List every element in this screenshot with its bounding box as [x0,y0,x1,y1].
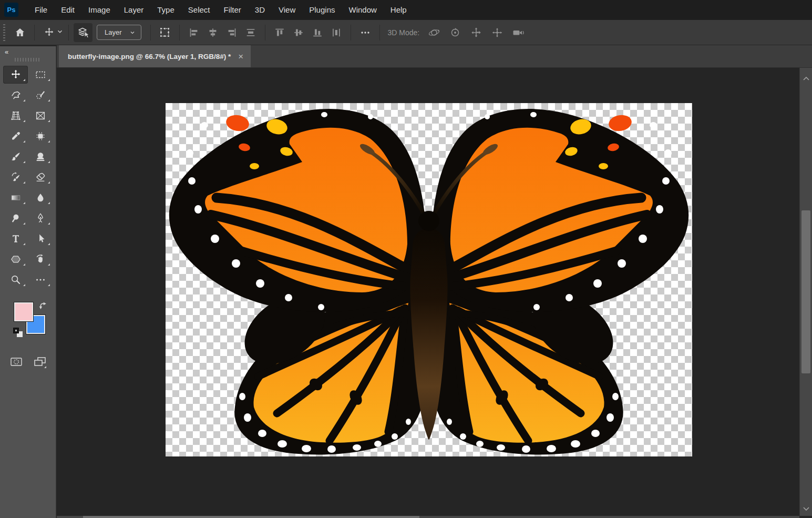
menu-items: File Edit Image Layer Type Select Filter… [28,0,414,19]
clone-stamp-tool[interactable] [28,148,53,166]
align-right-icon[interactable] [222,23,241,42]
auto-select-layers-icon[interactable] [74,23,92,42]
separator [68,25,69,40]
home-icon[interactable] [11,23,29,42]
3d-orbit-icon[interactable] [425,23,444,42]
main-area: « [0,45,812,518]
foreground-color-swatch[interactable] [14,302,33,321]
menu-select[interactable]: Select [181,0,217,19]
chevron-down-icon[interactable] [56,28,64,37]
menu-filter[interactable]: Filter [217,0,248,19]
align-vertical-center-icon[interactable] [289,23,308,42]
rectangular-marquee-tool[interactable] [28,66,53,84]
photoshop-window: Ps File Edit Image Layer Type Select Fil… [0,0,812,518]
perspective-crop-tool[interactable] [3,107,28,125]
document-tab-bar: butterfly-image.png @ 66.7% (Layer 1, RG… [57,45,812,68]
distribute-horizontal-center-icon[interactable] [327,23,346,42]
quick-selection-tool[interactable] [28,86,53,104]
default-black-swatch [13,328,19,333]
horizontal-scrollbar[interactable] [57,516,799,518]
menu-window[interactable]: Window [342,0,383,19]
collapse-panel-button[interactable]: « [0,46,56,56]
menu-view[interactable]: View [272,0,302,19]
document-tab[interactable]: butterfly-image.png @ 66.7% (Layer 1, RG… [59,45,251,67]
edit-toolbar-icon[interactable] [28,271,53,289]
brush-tool[interactable] [3,148,28,166]
quick-mask-mode-icon[interactable] [7,353,25,371]
menu-3d[interactable]: 3D [248,0,272,19]
menu-layer[interactable]: Layer [117,0,151,19]
canvas-pasteboard[interactable] [57,68,812,518]
work-area: butterfly-image.png @ 66.7% (Layer 1, RG… [57,45,812,518]
vertical-scrollbar[interactable] [799,68,812,516]
zoom-tool[interactable] [3,271,28,289]
swap-colors-icon[interactable] [38,301,47,312]
separator [150,25,151,40]
horizontal-scrollbar-thumb[interactable] [83,516,419,518]
align-horizontal-center-icon[interactable] [203,23,222,42]
hand-rotate-view-tool[interactable] [28,250,53,268]
scroll-down-icon[interactable] [800,503,812,513]
separator [179,25,180,40]
menu-help[interactable]: Help [384,0,414,19]
auto-select-mode-value: Layer [105,28,122,36]
move-tool-options-icon[interactable] [39,23,58,42]
document-tab-title: butterfly-image.png @ 66.7% (Layer 1, RG… [68,53,231,60]
screen-mode-icon[interactable] [31,353,49,371]
menu-file[interactable]: File [28,0,54,19]
eyedropper-tool[interactable] [3,127,28,145]
close-tab-icon[interactable]: × [238,52,243,61]
color-controls [0,301,56,348]
separator [265,25,265,40]
type-tool[interactable] [3,230,28,248]
separator [379,25,380,40]
mask-screen-row [0,353,56,371]
menu-plugins[interactable]: Plugins [302,0,342,19]
chevron-down-icon [129,29,136,36]
transform-controls-icon[interactable] [156,23,174,42]
healing-brush-tool[interactable] [28,127,53,145]
3d-camera-icon[interactable] [509,23,528,42]
photoshop-logo[interactable]: Ps [4,3,18,17]
pen-tool[interactable] [28,209,53,227]
panel-grip[interactable] [15,58,41,62]
dodge-tool[interactable] [3,209,28,227]
tool-panel: « [0,46,56,518]
eraser-tool[interactable] [28,168,53,186]
auto-select-mode-dropdown[interactable]: Layer [97,25,141,40]
frame-tool[interactable] [28,107,53,125]
align-bottom-icon[interactable] [308,23,327,42]
document-canvas[interactable] [166,103,692,456]
menu-bar: Ps File Edit Image Layer Type Select Fil… [0,0,812,19]
history-brush-tool[interactable] [3,168,28,186]
menu-image[interactable]: Image [81,0,117,19]
more-options-icon[interactable] [356,23,375,42]
align-left-icon[interactable] [184,23,203,42]
gradient-tool[interactable] [3,189,28,207]
3d-roll-icon[interactable] [446,23,465,42]
polygonal-lasso-tool[interactable] [3,86,28,104]
options-bar-grip[interactable] [3,24,5,41]
scroll-up-icon[interactable] [800,73,812,83]
move-tool[interactable] [3,66,28,84]
align-top-icon[interactable] [270,23,289,42]
3d-pan-icon[interactable] [467,23,486,42]
tool-grid [0,66,56,289]
shape-tool[interactable] [3,250,28,268]
menu-edit[interactable]: Edit [54,0,81,19]
3d-mode-label: 3D Mode: [388,28,420,37]
vertical-scrollbar-thumb[interactable] [801,210,810,373]
default-colors-icon[interactable] [13,328,23,337]
distribute-vertical-center-icon[interactable] [241,23,260,42]
path-selection-tool[interactable] [28,230,53,248]
options-bar: Layer [0,19,812,45]
butterfly-image [166,103,692,456]
menu-type[interactable]: Type [150,0,181,19]
blur-tool[interactable] [28,189,53,207]
separator [34,25,35,40]
3d-slide-icon[interactable] [488,23,507,42]
separator [351,25,351,40]
